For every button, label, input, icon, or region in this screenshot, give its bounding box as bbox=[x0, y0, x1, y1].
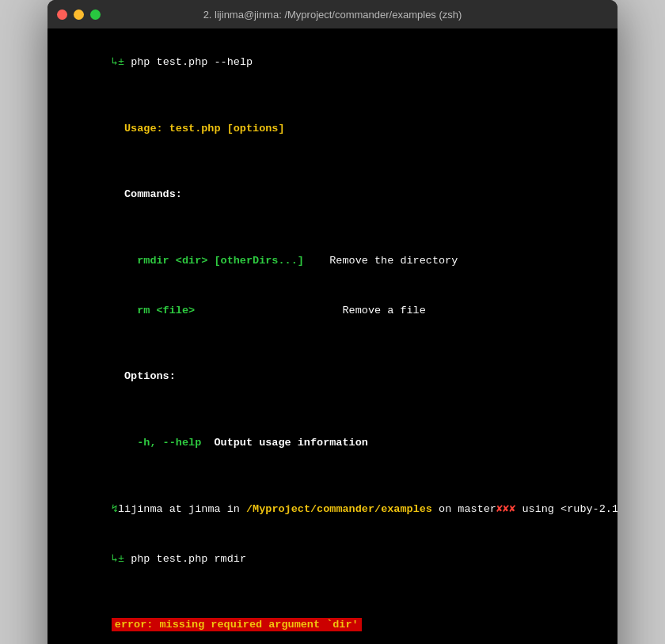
commands-header-line: Commands: bbox=[60, 170, 605, 220]
traffic-lights bbox=[57, 9, 101, 20]
prompt-branch-1: master bbox=[458, 503, 496, 515]
terminal-body[interactable]: ↳± php test.php --help Usage: test.php [… bbox=[48, 28, 618, 644]
usage-label bbox=[112, 123, 124, 134]
usage-line: Usage: test.php [options] bbox=[60, 104, 605, 154]
command-text: php test.php --help bbox=[131, 56, 253, 68]
command-rm-line: rm <file> Remove a file bbox=[60, 286, 605, 336]
prompt-user-1: lijinma bbox=[118, 503, 163, 515]
terminal-line: ↳± php test.php --help bbox=[60, 38, 605, 88]
blank-line bbox=[60, 402, 605, 419]
cmd-rmdir-desc: Remove the directory bbox=[304, 255, 458, 267]
command-rmdir-line: rmdir <dir> [otherDirs...] Remove the di… bbox=[60, 237, 605, 286]
prompt-on-1: on bbox=[432, 503, 458, 515]
commands-header: Commands: bbox=[112, 188, 182, 200]
option-help-line: -h, --help Output usage information bbox=[60, 419, 605, 468]
terminal-window: 2. lijinma@jinma: /Myproject/commander/e… bbox=[48, 0, 618, 644]
minimize-button[interactable] bbox=[74, 9, 84, 20]
prompt-ruby-1: <ruby-2.1.5> bbox=[560, 503, 618, 515]
blank-line bbox=[60, 88, 605, 104]
error-message: error: missing required argument `dir' bbox=[112, 618, 362, 631]
blank-line bbox=[60, 153, 605, 170]
prompt-icon: ↳± bbox=[112, 56, 131, 68]
maximize-button[interactable] bbox=[90, 9, 101, 20]
error-line: error: missing required argument `dir' bbox=[60, 600, 605, 644]
prompt-xxx-1: ✘✘✘ bbox=[496, 503, 515, 515]
prompt-symbol-1: ↳± bbox=[112, 553, 131, 565]
prompt-at-1: at bbox=[163, 503, 188, 515]
window-title: 2. lijinma@jinma: /Myproject/commander/e… bbox=[203, 9, 462, 21]
prompt-using-1: using bbox=[515, 503, 560, 515]
blank-line bbox=[60, 468, 605, 485]
cmd-rmdir: rmdir <dir> [otherDirs...] bbox=[112, 255, 304, 267]
close-button[interactable] bbox=[57, 9, 67, 20]
usage-text: Usage: test.php [options] bbox=[124, 123, 285, 134]
cmd-line-1: ↳± php test.php rmdir bbox=[60, 535, 605, 585]
prompt-in-1: in bbox=[221, 503, 246, 515]
cmd-1: php test.php rmdir bbox=[131, 553, 246, 565]
options-header: Options: bbox=[112, 370, 176, 382]
prompt-line-1: ↯lijinma at jinma in /Myproject/commande… bbox=[60, 485, 605, 535]
cmd-rm-desc: Remove a file bbox=[195, 305, 426, 316]
title-bar: 2. lijinma@jinma: /Myproject/commander/e… bbox=[48, 0, 618, 28]
blank-line bbox=[60, 336, 605, 353]
options-header-line: Options: bbox=[60, 353, 605, 403]
prompt-host-1: jinma bbox=[188, 503, 221, 515]
blank-line bbox=[60, 584, 605, 600]
option-h: -h, --help bbox=[112, 437, 201, 449]
option-h-desc: Output usage information bbox=[201, 437, 368, 449]
prompt-arrow-1: ↯ bbox=[112, 503, 118, 515]
window-container: 2. lijinma@jinma: /Myproject/commander/e… bbox=[48, 0, 618, 644]
blank-line bbox=[60, 220, 605, 237]
prompt-path-1: /Myproject/commander/examples bbox=[246, 503, 432, 515]
cmd-rm: rm <file> bbox=[112, 305, 195, 316]
